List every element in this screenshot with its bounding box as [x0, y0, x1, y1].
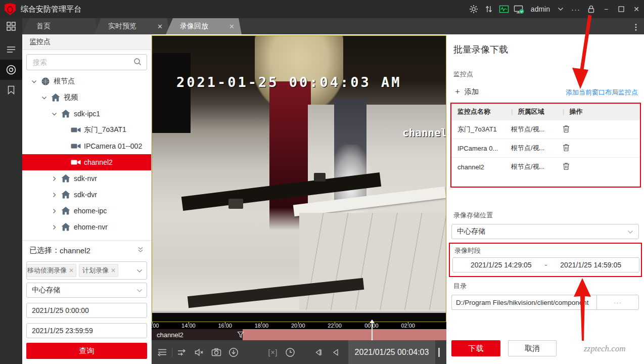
stream-settings-icon[interactable]: [173, 344, 191, 361]
chevron-down-icon[interactable]: [28, 79, 39, 84]
clock-icon[interactable]: [282, 344, 299, 361]
tick-label: 20:00: [291, 323, 305, 329]
nav-playback-icon[interactable]: [0, 60, 22, 80]
tree-item-IPCamera 01--002[interactable]: IPCamera 01--002: [22, 138, 151, 154]
add-button[interactable]: ＋ 添加: [453, 86, 479, 97]
tab-menu-icon[interactable]: ⋮: [632, 22, 640, 32]
tab-首页[interactable]: 首页: [22, 18, 98, 34]
chevron-right-icon[interactable]: [49, 176, 60, 181]
storage-select[interactable]: 中心存储: [26, 283, 147, 298]
add-current-layout-link[interactable]: 添加当前窗口布局监控点: [566, 88, 638, 97]
selection-row: 已选择： channel2: [22, 241, 151, 258]
start-time-input[interactable]: 2021/1/25 0:00:00: [26, 303, 147, 318]
sort-arrows-icon[interactable]: [481, 0, 496, 18]
camera-section-label: 监控点: [453, 70, 473, 79]
tab-close-icon[interactable]: ✕: [137, 23, 163, 30]
chevron-down-icon[interactable]: [38, 95, 50, 101]
tag-remove-icon[interactable]: ✕: [111, 267, 116, 274]
tick-label: 02:00: [401, 323, 415, 329]
chevron-down-icon[interactable]: [136, 266, 143, 275]
collapse-double-chevron-icon[interactable]: [137, 246, 144, 255]
tree-item-label: 根节点: [54, 77, 75, 86]
tree-item-label: ehome-nvr: [74, 223, 108, 231]
tree-item-sdk-nvr[interactable]: sdk-nvr: [22, 170, 151, 187]
search-box[interactable]: [26, 54, 147, 70]
mute-speaker-icon[interactable]: [191, 344, 208, 361]
nav-bookmark-icon[interactable]: [0, 80, 22, 100]
home-icon: [60, 191, 72, 199]
record-type-multiselect[interactable]: 移动侦测录像✕ 计划录像✕: [26, 261, 147, 280]
pause-icon[interactable]: [438, 348, 445, 357]
event-list-icon[interactable]: [154, 344, 171, 361]
user-chevron-down-icon[interactable]: [553, 0, 568, 18]
camera-icon: [70, 126, 82, 133]
record-type-tag: 计划录像✕: [79, 264, 118, 277]
tag-remove-icon[interactable]: ✕: [69, 267, 74, 274]
tree-item-视频[interactable]: 视频: [22, 89, 151, 106]
tree-item-根节点[interactable]: 根节点: [22, 73, 151, 89]
tick-label: 12:00: [152, 323, 159, 329]
chevron-right-icon[interactable]: [49, 224, 60, 230]
video-osd-timestamp: 2021-01-25 00:04:03 AM: [176, 74, 402, 90]
previous-frame-icon[interactable]: [310, 344, 327, 361]
nav-list-icon[interactable]: [0, 39, 22, 60]
timeline-ruler[interactable]: 12:0014:0016:0018:0020:0022:0000:0002:00: [152, 322, 446, 329]
delete-trash-icon[interactable]: [562, 162, 640, 172]
close-button[interactable]: ✕: [629, 0, 644, 18]
lock-icon[interactable]: [583, 0, 599, 18]
close-all-windows-icon[interactable]: [×]: [264, 344, 282, 361]
screen-status-icon[interactable]: [512, 0, 527, 18]
query-button[interactable]: 查询: [26, 343, 147, 359]
period-range-input[interactable]: 2021/1/25 14:29:05 - 2021/1/25 14:59:05: [452, 257, 639, 272]
tree-item-channel2[interactable]: channel2: [22, 154, 151, 170]
system-monitor-icon[interactable]: [496, 0, 512, 18]
search-input[interactable]: [32, 58, 133, 67]
user-name[interactable]: admin: [531, 5, 550, 13]
tab-实时预览[interactable]: 实时预览✕: [94, 18, 170, 34]
watermark: zzptech.com: [584, 344, 626, 354]
left-nav-strip: [0, 18, 22, 364]
plus-icon: ＋: [453, 86, 462, 97]
tree-item-ehome-nvr[interactable]: ehome-nvr: [22, 219, 151, 235]
minimize-button[interactable]: −: [599, 0, 614, 18]
tree-item-label: sdk-dvr: [74, 191, 97, 199]
tab-close-icon[interactable]: ✕: [209, 23, 235, 30]
home-icon: [60, 207, 72, 215]
tree-item-ehome-ipc[interactable]: ehome-ipc: [22, 203, 151, 219]
delete-trash-icon[interactable]: [562, 125, 640, 134]
area-cell: 根节点/视...: [510, 144, 562, 153]
camera-tree: 根节点视频sdk-ipc1东门_7o3AT1IPCamera 01--002ch…: [22, 73, 151, 235]
area-cell: 根节点/视...: [510, 125, 562, 134]
chevron-down-icon[interactable]: [49, 111, 60, 117]
end-time-input[interactable]: 2021/1/25 23:59:59: [26, 323, 147, 338]
video-window[interactable]: 2021-01-25 00:04:03 AM channel2: [152, 35, 446, 322]
selection-value: channel2: [60, 246, 90, 255]
cancel-button[interactable]: 取消: [508, 340, 557, 356]
reverse-play-icon[interactable]: [327, 344, 344, 361]
tree-item-东门_7o3AT1[interactable]: 东门_7o3AT1: [22, 122, 151, 138]
storage-location-select[interactable]: 中心存储: [451, 224, 639, 239]
search-icon[interactable]: [133, 58, 142, 67]
download-icon[interactable]: [225, 344, 242, 361]
timeline-channel-row[interactable]: channel2: [152, 329, 446, 340]
chevron-right-icon[interactable]: [49, 192, 60, 198]
download-button[interactable]: 下载: [451, 340, 500, 356]
directory-input[interactable]: D:/Program Files/hikvision/client/compon…: [451, 295, 596, 310]
chevron-right-icon[interactable]: [49, 208, 60, 214]
app-window: 综合安防管理平台 admin ··· −: [0, 0, 644, 364]
delete-trash-icon[interactable]: [562, 144, 640, 153]
maximize-button[interactable]: [614, 0, 629, 18]
tree-item-label: IPCamera 01--002: [84, 142, 142, 150]
snapshot-camera-icon[interactable]: [208, 344, 225, 361]
camera-name-cell: IPCamera 0...: [451, 145, 510, 152]
recording-segment[interactable]: [243, 329, 446, 340]
tree-item-sdk-ipc1[interactable]: sdk-ipc1: [22, 106, 151, 122]
tree-item-label: 视频: [64, 93, 78, 102]
filter-funnel-icon[interactable]: [237, 331, 244, 340]
nav-grid-icon[interactable]: [0, 18, 22, 34]
more-options-icon[interactable]: ···: [571, 5, 580, 14]
browse-directory-button[interactable]: ···: [596, 295, 639, 310]
tab-录像回放[interactable]: 录像回放✕: [166, 18, 242, 34]
tree-item-sdk-dvr[interactable]: sdk-dvr: [22, 187, 151, 203]
settings-gear-icon[interactable]: [466, 0, 481, 18]
